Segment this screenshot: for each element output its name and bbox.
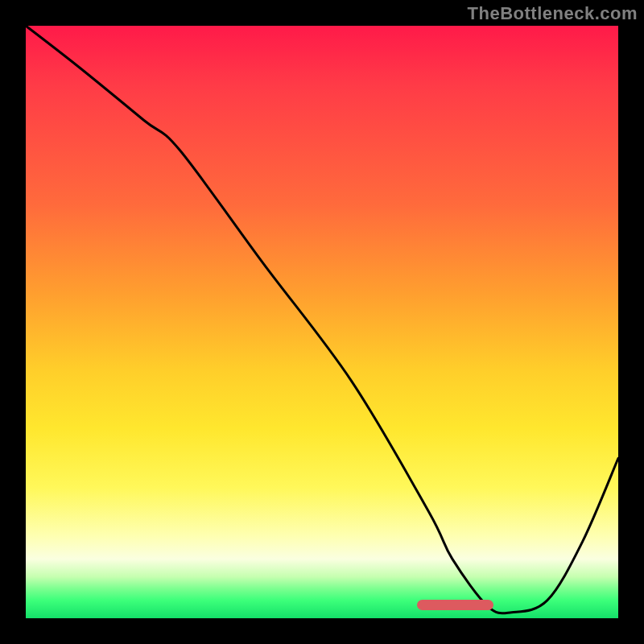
chart-container: TheBottleneck.com	[0, 0, 644, 644]
bottleneck-curve-path	[26, 26, 618, 613]
optimal-range-marker	[417, 600, 494, 610]
plot-area	[26, 26, 618, 618]
curve-svg	[26, 26, 618, 618]
watermark-text: TheBottleneck.com	[468, 3, 638, 24]
